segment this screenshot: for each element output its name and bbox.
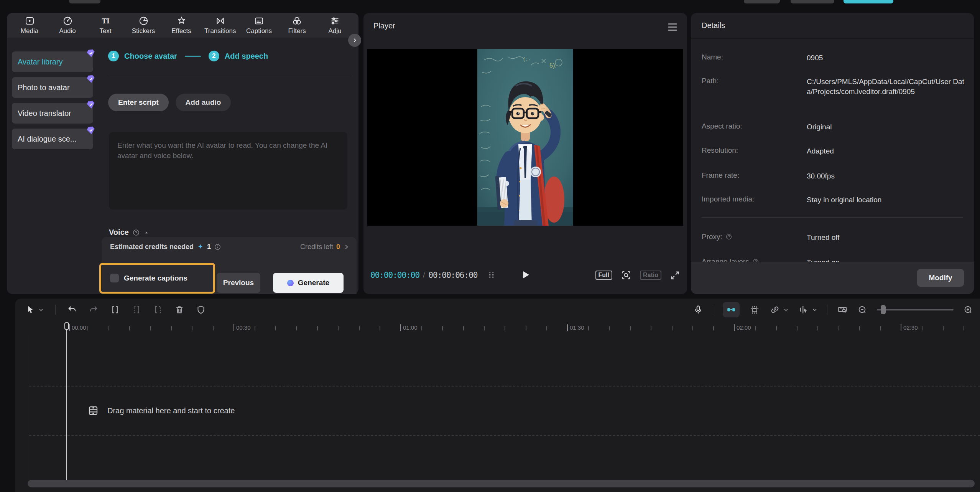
help-circle-icon[interactable] — [725, 233, 732, 240]
player-canvas[interactable]: 5). ( ; · — [367, 49, 683, 226]
delete-left-icon[interactable] — [132, 305, 141, 315]
cursor-icon[interactable] — [25, 305, 44, 315]
tab-transitions[interactable]: Transitions — [204, 16, 236, 35]
tab-adjust[interactable]: Adju — [320, 16, 350, 35]
sidebar-item-photo-to-avatar[interactable]: Photo to avatar — [12, 77, 93, 98]
tab-captions[interactable]: Captions — [244, 16, 274, 35]
timecode-group: 00:00:00:00 / 00:00:06:00 — [370, 266, 496, 285]
sidebar-item-ai-dialogue-scene[interactable]: AI dialogue sce... — [12, 129, 93, 149]
play-icon[interactable] — [520, 269, 531, 281]
chevron-down-icon — [38, 307, 44, 312]
gem-icon — [85, 125, 96, 136]
generate-captions-checkbox[interactable] — [110, 274, 119, 282]
tab-filters[interactable]: Filters — [282, 16, 312, 35]
previous-button[interactable]: Previous — [217, 273, 260, 293]
dropzone-hint: Drag material here and start to create — [107, 406, 235, 415]
step-1-number: 1 — [108, 51, 119, 61]
capcut-editor-window: Media Audio TI Text Stickers — [0, 0, 980, 492]
divider — [713, 305, 713, 315]
tab-effects[interactable]: Effects — [166, 16, 196, 35]
step-2-number: 2 — [209, 51, 219, 61]
credits-left-value: 0 — [336, 243, 340, 251]
timeline-horizontal-scrollbar[interactable] — [28, 480, 975, 487]
redo-icon[interactable] — [89, 305, 99, 315]
enter-script-tab[interactable]: Enter script — [108, 94, 169, 111]
ratio-button[interactable]: Ratio — [640, 271, 661, 280]
step-2-label[interactable]: Add speech — [225, 52, 268, 61]
estimated-credits-label: Estimated credits needed — [110, 243, 194, 251]
detail-label: Frame rate: — [702, 171, 739, 180]
svg-text:TI: TI — [102, 17, 109, 25]
shield-icon[interactable] — [196, 305, 206, 315]
detail-label: Path: — [702, 77, 719, 85]
zoom-in-icon[interactable] — [963, 305, 973, 315]
timeline-ruler[interactable]: 00:00 00:30 01:00 01:30 02:00 02:30 — [15, 321, 980, 335]
chevron-down-icon — [812, 307, 817, 312]
sidebar-item-label: Photo to avatar — [18, 83, 70, 92]
playhead-handle[interactable] — [64, 322, 69, 330]
playhead-line[interactable] — [66, 322, 67, 482]
script-textarea[interactable]: Enter what you want the AI avatar to rea… — [109, 132, 347, 210]
add-audio-tab[interactable]: Add audio — [176, 94, 231, 111]
gem-icon — [85, 99, 96, 110]
zoom-out-icon[interactable] — [857, 305, 867, 315]
svg-text:( ; ·: ( ; · — [523, 56, 530, 62]
undo-icon[interactable] — [67, 305, 77, 315]
player-controls: 00:00:00:00 / 00:00:06:00 Full Ratio — [370, 266, 680, 285]
estimated-credits: Estimated credits needed 1 — [110, 243, 221, 251]
credits-action-bar: Estimated credits needed 1 Credits left … — [102, 237, 357, 294]
adjust-icon — [330, 16, 340, 26]
generate-captions-option: Generate captions — [110, 274, 187, 282]
generate-button[interactable]: Generate — [273, 273, 344, 293]
detail-label: Name: — [702, 53, 723, 61]
divider — [108, 74, 352, 74]
timeline-zoom-slider[interactable] — [877, 309, 954, 310]
detail-label: Proxy: — [702, 233, 722, 241]
ruler-label: 01:00 — [400, 324, 418, 331]
zoom-frame-icon[interactable] — [621, 270, 631, 281]
chevron-down-icon — [783, 307, 789, 312]
delete-right-icon[interactable] — [153, 305, 163, 315]
link-icon[interactable] — [770, 304, 789, 315]
detail-label: Imported media: — [702, 195, 754, 203]
text-icon: TI — [100, 16, 111, 26]
toolbar-expand-button[interactable] — [348, 34, 361, 47]
tab-stickers[interactable]: Stickers — [128, 16, 158, 35]
chevron-right-icon — [343, 244, 350, 250]
snap-icon[interactable] — [723, 302, 740, 317]
window-fragment-accent — [844, 0, 893, 3]
trash-icon[interactable] — [174, 305, 184, 315]
detail-label: Resolution: — [702, 146, 738, 155]
freeze-frame-icon[interactable] — [749, 304, 760, 315]
tab-audio[interactable]: Audio — [53, 16, 82, 35]
hamburger-menu-icon[interactable] — [668, 23, 677, 31]
microphone-icon[interactable] — [693, 305, 703, 315]
step-1-label[interactable]: Choose avatar — [124, 52, 177, 61]
detail-value: 30.00fps — [807, 171, 965, 181]
tab-text[interactable]: TI Text — [90, 16, 120, 35]
ruler-search-icon[interactable] — [837, 304, 848, 315]
audio-icon — [62, 16, 73, 26]
player-title: Player — [373, 21, 395, 30]
script-placeholder: Enter what you want the AI avatar to rea… — [117, 140, 332, 161]
credits-left[interactable]: Credits left 0 — [300, 243, 350, 251]
details-panel: Details Name: 0905 Path: C:/Users/PMLS/A… — [691, 13, 974, 294]
svg-text:5).: 5). — [549, 62, 557, 69]
sidebar-item-video-translator[interactable]: Video translator — [12, 103, 93, 124]
modify-button[interactable]: Modify — [917, 269, 964, 287]
render-quality-icon[interactable] — [486, 270, 496, 280]
fullscreen-icon[interactable] — [670, 270, 680, 281]
ruler-ticks — [67, 326, 980, 330]
divider — [55, 305, 56, 315]
current-timecode: 00:00:00:00 — [370, 271, 419, 280]
divider — [691, 38, 974, 39]
timeline-dropzone[interactable]: Drag material here and start to create — [29, 386, 980, 436]
split-cursor-icon[interactable] — [798, 304, 817, 315]
info-circle-icon[interactable] — [214, 243, 221, 251]
tab-media[interactable]: Media — [15, 16, 44, 35]
voice-section-header[interactable]: Voice — [109, 228, 150, 237]
slider-handle[interactable] — [881, 305, 886, 314]
sidebar-item-avatar-library[interactable]: Avatar library — [12, 51, 93, 72]
split-icon[interactable] — [110, 305, 120, 315]
full-preview-button[interactable]: Full — [595, 271, 612, 280]
